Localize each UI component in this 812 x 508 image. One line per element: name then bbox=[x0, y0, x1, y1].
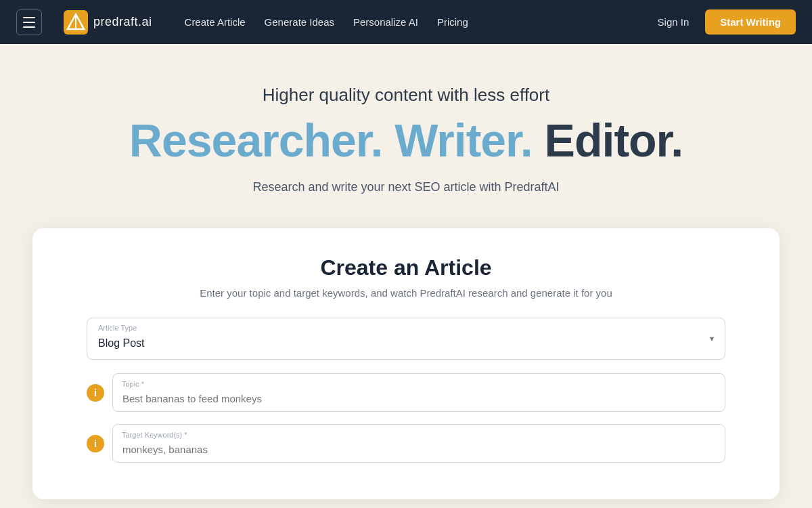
nav-generate-ideas[interactable]: Generate Ideas bbox=[265, 16, 334, 28]
form-description: Enter your topic and target keywords, an… bbox=[87, 287, 725, 299]
topic-field-wrapper: Topic * bbox=[112, 373, 725, 412]
nav-pricing[interactable]: Pricing bbox=[437, 16, 468, 28]
sign-in-link[interactable]: Sign In bbox=[658, 16, 690, 28]
nav-links: Create Article Generate Ideas Personaliz… bbox=[185, 16, 468, 28]
hero-title-dark: Editor. bbox=[545, 114, 683, 166]
keywords-input[interactable] bbox=[112, 424, 725, 463]
topic-row: i Topic * bbox=[87, 373, 725, 412]
logo-link[interactable]: predraft.ai bbox=[64, 10, 152, 35]
hero-title: Researcher. Writer. Editor. bbox=[16, 114, 796, 167]
menu-icon-line bbox=[23, 22, 35, 23]
topic-info-icon[interactable]: i bbox=[87, 384, 104, 402]
menu-button[interactable] bbox=[16, 9, 42, 35]
hero-title-colored: Researcher. Writer. bbox=[129, 114, 545, 166]
start-writing-button[interactable]: Start Writing bbox=[705, 9, 796, 35]
form-title: Create an Article bbox=[87, 255, 725, 280]
article-type-select[interactable]: Article Type Blog Post ▾ bbox=[87, 318, 725, 360]
hero-description: Research and write your next SEO article… bbox=[16, 180, 796, 194]
chevron-down-icon: ▾ bbox=[710, 334, 714, 343]
hero-subtitle: Higher quality content with less effort bbox=[16, 85, 796, 106]
navbar: predraft.ai Create Article Generate Idea… bbox=[0, 0, 812, 44]
topic-input[interactable] bbox=[112, 373, 725, 412]
create-article-form: Create an Article Enter your topic and t… bbox=[32, 228, 780, 499]
keywords-row: i Target Keyword(s) * bbox=[87, 424, 725, 463]
keywords-field-wrapper: Target Keyword(s) * bbox=[112, 424, 725, 463]
menu-icon-line bbox=[23, 17, 35, 18]
menu-icon-line bbox=[23, 26, 35, 28]
nav-personalize-ai[interactable]: Personalize AI bbox=[353, 16, 418, 28]
article-type-wrapper: Article Type Blog Post ▾ bbox=[87, 318, 725, 360]
article-type-value: Blog Post bbox=[98, 324, 698, 350]
keywords-info-icon[interactable]: i bbox=[87, 435, 104, 452]
hero-section: Higher quality content with less effort … bbox=[0, 44, 812, 228]
nav-create-article[interactable]: Create Article bbox=[185, 16, 246, 28]
logo-icon bbox=[64, 10, 88, 35]
nav-right: Sign In Start Writing bbox=[658, 9, 796, 35]
logo-text: predraft.ai bbox=[93, 15, 152, 29]
